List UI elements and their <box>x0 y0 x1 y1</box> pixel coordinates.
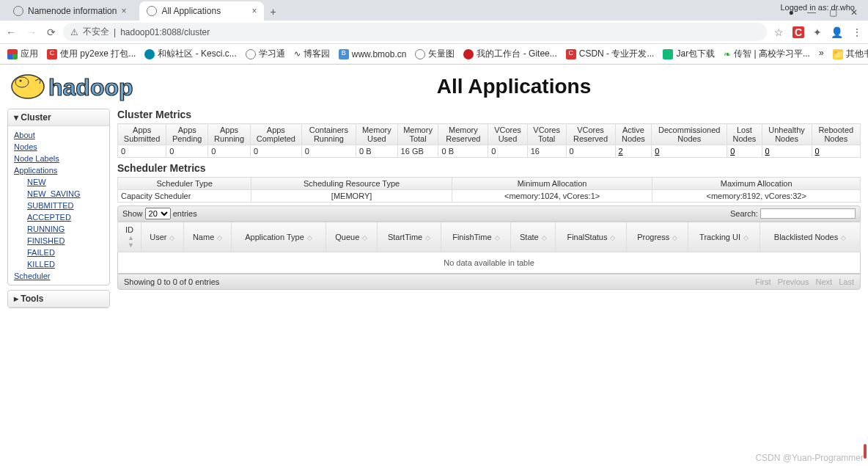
globe-icon <box>13 6 23 16</box>
col-lost-nodes: Lost Nodes <box>727 124 762 145</box>
col-memory-reserved: Memory Reserved <box>438 124 488 145</box>
bookmark-item[interactable]: 矢量图 <box>415 48 455 60</box>
main-content: Cluster Metrics Apps Submitted Apps Pend… <box>117 109 861 313</box>
address-bar: ← → ⟳ ⚠ 不安全 | hadoop01:8088/cluster ☆ C … <box>0 21 868 44</box>
col-name[interactable]: Name◇ <box>183 222 232 252</box>
page-length-select[interactable]: 20 <box>145 208 171 219</box>
sidebar-app-killed[interactable]: KILLED <box>27 258 103 270</box>
menu-icon[interactable]: ⋮ <box>852 26 862 38</box>
col-id[interactable]: ID▲▼ <box>118 222 141 252</box>
insecure-label: 不安全 <box>83 26 109 38</box>
datatable-footer: Showing 0 to 0 of 0 entries First Previo… <box>117 274 861 290</box>
new-tab-button[interactable]: + <box>264 3 282 21</box>
url-input[interactable]: ⚠ 不安全 | hadoop01:8088/cluster <box>63 23 767 41</box>
hadoop-logo[interactable]: hadoop <box>6 69 174 104</box>
page-prev[interactable]: Previous <box>778 277 809 286</box>
sidebar-node-labels[interactable]: Node Labels <box>14 153 103 164</box>
col-rebooted-nodes: Rebooted Nodes <box>812 124 860 145</box>
search-label: Search: <box>730 209 758 218</box>
rebooted-nodes-link[interactable]: 0 <box>815 147 820 156</box>
col-blacklisted[interactable]: Blacklisted Nodes◇ <box>760 222 861 252</box>
bookmark-item[interactable]: ∿博客园 <box>294 48 330 60</box>
scheduler-metrics-table: Scheduler Type Scheduling Resource Type … <box>117 177 861 203</box>
page-first[interactable]: First <box>755 277 770 286</box>
sidebar-app-submitted[interactable]: SUBMITTED <box>27 200 103 211</box>
close-icon[interactable]: × <box>251 6 257 16</box>
show-label-pre: Show <box>122 209 143 218</box>
cluster-metrics-title: Cluster Metrics <box>117 109 861 120</box>
bookmark-item[interactable]: Jar包下载 <box>663 48 715 60</box>
apps-button[interactable]: 应用 <box>7 48 38 60</box>
active-nodes-link[interactable]: 2 <box>619 147 623 156</box>
col-containers-running: Containers Running <box>301 124 356 145</box>
col-final[interactable]: FinalStatus◇ <box>556 222 627 252</box>
col-unhealthy-nodes: Unhealthy Nodes <box>762 124 812 145</box>
col-apps-submitted: Apps Submitted <box>118 124 166 145</box>
col-resource-type: Scheduling Resource Type <box>251 178 452 190</box>
extensions-icon[interactable]: ✦ <box>813 26 822 38</box>
globe-icon <box>147 6 157 16</box>
col-memory-used: Memory Used <box>356 124 398 145</box>
col-min-alloc: Minimum Allocation <box>452 178 652 190</box>
svg-point-1 <box>15 77 29 87</box>
decommissioned-nodes-link[interactable]: 0 <box>655 147 659 156</box>
show-label-post: entries <box>173 209 197 218</box>
url-text: hadoop01:8088/cluster <box>120 27 210 37</box>
page-title: All Applications <box>174 75 853 98</box>
bookmark-item[interactable]: 学习通 <box>246 48 285 60</box>
tab-title: Namenode information <box>28 6 117 16</box>
bookmark-item[interactable]: 和鲸社区 - Kesci.c... <box>144 48 236 60</box>
sidebar-app-failed[interactable]: FAILED <box>27 247 103 258</box>
star-icon[interactable]: ☆ <box>774 26 784 38</box>
tab-title: All Applications <box>161 6 221 16</box>
bookmark-item[interactable]: C使用 py2exe 打包... <box>47 48 136 60</box>
col-tracking[interactable]: Tracking UI◇ <box>688 222 760 252</box>
sidebar-cluster-header[interactable]: ▾ Cluster <box>8 109 109 126</box>
sidebar-app-accepted[interactable]: ACCEPTED <box>27 211 103 223</box>
col-decommissioned-nodes: Decommissioned Nodes <box>652 124 727 145</box>
tab-namenode[interactable]: Namenode information × <box>6 1 133 21</box>
search-input[interactable] <box>760 208 856 219</box>
unhealthy-nodes-link[interactable]: 0 <box>765 147 770 156</box>
bookmark-item[interactable]: Bwww.bmob.cn <box>339 49 407 59</box>
sidebar-app-running[interactable]: RUNNING <box>27 223 103 235</box>
browser-tabstrip: Namenode information × All Applications … <box>0 0 868 21</box>
col-app-type[interactable]: Application Type◇ <box>232 222 326 252</box>
col-progress[interactable]: Progress◇ <box>627 222 688 252</box>
bookmark-item[interactable]: 我的工作台 - Gitee... <box>463 48 556 60</box>
col-memory-total: Memory Total <box>397 124 438 145</box>
ext-c-icon[interactable]: C <box>792 26 804 38</box>
col-vcores-reserved: VCores Reserved <box>566 124 615 145</box>
sidebar-about[interactable]: About <box>14 129 103 141</box>
table-row: 0 0 0 0 0 0 B 16 GB 0 B 0 16 0 2 0 0 0 0 <box>118 145 861 158</box>
bookmark-item[interactable]: ❧传智 | 高校学习平... <box>724 48 810 60</box>
reload-button[interactable]: ⟳ <box>47 26 56 38</box>
col-finish[interactable]: FinishTime◇ <box>441 222 511 252</box>
close-icon[interactable]: × <box>121 6 126 16</box>
col-state[interactable]: State◇ <box>511 222 556 252</box>
back-button[interactable]: ← <box>6 26 16 38</box>
tab-all-applications[interactable]: All Applications × <box>139 1 264 21</box>
sidebar-app-new[interactable]: NEW <box>27 176 103 188</box>
col-user[interactable]: User◇ <box>141 222 183 252</box>
bookmark-item[interactable]: CCSDN - 专业开发... <box>566 48 655 60</box>
sidebar-nodes[interactable]: Nodes <box>14 141 103 153</box>
lost-nodes-link[interactable]: 0 <box>730 147 735 156</box>
col-start[interactable]: StartTime◇ <box>377 222 441 252</box>
sidebar-applications[interactable]: Applications <box>14 164 103 176</box>
sidebar-tools-header[interactable]: ▸ Tools <box>8 291 109 307</box>
page-last[interactable]: Last <box>839 277 854 286</box>
sidebar-scheduler[interactable]: Scheduler <box>14 270 103 282</box>
sidebar-app-new-saving[interactable]: NEW_SAVING <box>27 188 103 200</box>
col-max-alloc: Maximum Allocation <box>652 178 861 190</box>
other-bookmarks[interactable]: 📁其他书签 <box>833 48 868 60</box>
profile-icon[interactable]: 👤 <box>831 26 843 38</box>
col-active-nodes: Active Nodes <box>615 124 652 145</box>
col-queue[interactable]: Queue◇ <box>326 222 377 252</box>
svg-text:hadoop: hadoop <box>48 74 133 101</box>
page-next[interactable]: Next <box>816 277 833 286</box>
sidebar-app-finished[interactable]: FINISHED <box>27 235 103 247</box>
bookmark-overflow[interactable]: » <box>819 48 824 60</box>
table-row: Capacity Scheduler [MEMORY] <memory:1024… <box>118 190 861 203</box>
col-apps-running: Apps Running <box>208 124 251 145</box>
